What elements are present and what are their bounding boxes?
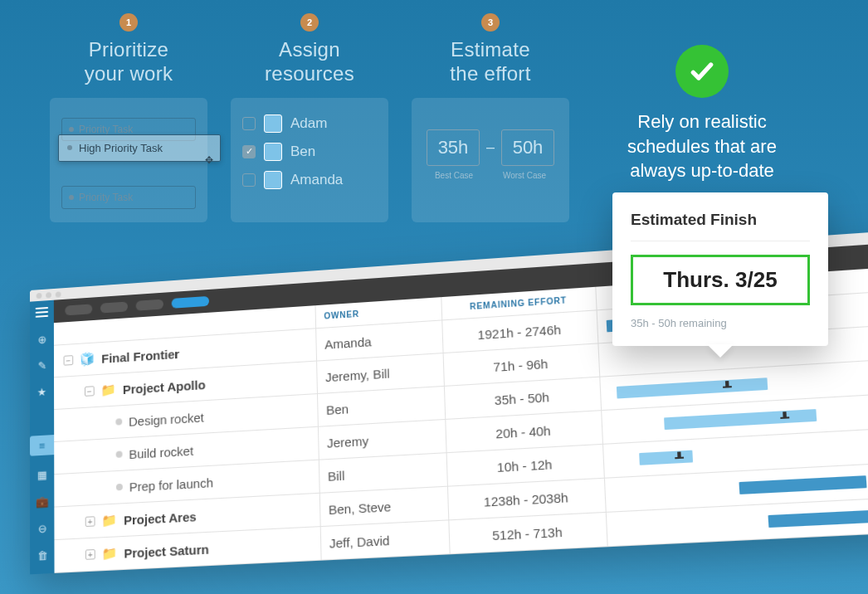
task-label: Priority Task xyxy=(79,124,133,135)
task-row[interactable]: Priority Task xyxy=(61,186,196,209)
step-3: 3 Estimatethe effort 35h – 50h Best Case… xyxy=(412,13,569,222)
row-name: Prep for launch xyxy=(129,475,213,494)
resources-card: Adam✓BenAmanda xyxy=(231,98,388,222)
resource-row[interactable]: Adam xyxy=(239,110,380,138)
hero-text: Rely on realistic schedules that are alw… xyxy=(586,110,818,183)
row-owner: Jeff, David xyxy=(320,520,450,560)
checkbox-icon[interactable] xyxy=(242,117,256,130)
pencil-icon[interactable]: ✎ xyxy=(35,358,49,373)
minus-circle-icon[interactable]: ⊖ xyxy=(35,520,50,536)
briefcase-icon[interactable]: 💼 xyxy=(35,494,50,509)
popover-date: Thurs. 3/25 xyxy=(631,255,810,305)
gantt-bar[interactable] xyxy=(768,509,868,528)
worst-case-input[interactable]: 50h xyxy=(501,129,554,166)
traffic-light-icon[interactable] xyxy=(56,291,61,297)
gantt-marker-icon[interactable] xyxy=(674,449,684,465)
list-view-icon[interactable]: ≡ xyxy=(30,435,54,456)
task-label: Priority Task xyxy=(79,192,133,203)
worst-case-label: Worst Case xyxy=(503,171,546,180)
row-name: Project Apollo xyxy=(123,377,206,396)
gantt-bar[interactable] xyxy=(616,377,767,398)
prioritize-card: Priority Task High Priority Task ✥ Prior… xyxy=(50,98,207,222)
row-name: Project Saturn xyxy=(124,542,209,560)
dot-icon xyxy=(115,418,122,425)
gantt-bar[interactable] xyxy=(639,450,693,465)
folder-icon: 📁 xyxy=(101,513,117,528)
best-case-input[interactable]: 35h xyxy=(427,129,480,166)
star-icon[interactable]: ★ xyxy=(35,384,49,400)
toolbar-tab-active[interactable] xyxy=(172,296,209,309)
dot-icon xyxy=(116,450,123,458)
toggle-icon[interactable]: − xyxy=(64,355,74,366)
grid-icon[interactable]: ▦ xyxy=(35,466,50,482)
traffic-light-icon[interactable] xyxy=(37,292,42,298)
step-2: 2 Assignresources Adam✓BenAmanda xyxy=(231,13,388,222)
drag-icon: ✥ xyxy=(205,154,213,166)
gantt-marker-icon[interactable] xyxy=(722,378,732,394)
dot-icon xyxy=(116,484,123,491)
row-name: Build rocket xyxy=(129,443,193,461)
toggle-icon[interactable]: − xyxy=(85,386,95,397)
step-title: Estimatethe effort xyxy=(412,38,569,86)
hero: Rely on realistic schedules that are alw… xyxy=(586,45,818,183)
target-icon[interactable]: ⊕ xyxy=(35,331,49,347)
best-case-label: Best Case xyxy=(435,171,473,180)
checkbox-icon[interactable]: ✓ xyxy=(242,145,256,158)
popover-title: Estimated Finish xyxy=(631,211,810,229)
resource-name: Amanda xyxy=(290,172,343,188)
toolbar-tab[interactable] xyxy=(136,299,163,311)
effort-card: 35h – 50h Best Case Worst Case xyxy=(412,98,569,222)
traffic-light-icon[interactable] xyxy=(46,292,51,298)
menu-icon[interactable] xyxy=(30,300,54,324)
toolbar-tab[interactable] xyxy=(65,304,92,315)
popover-tail-icon xyxy=(707,344,734,358)
row-name: Project Ares xyxy=(124,509,197,527)
toggle-icon[interactable]: + xyxy=(85,516,95,527)
step-badge: 1 xyxy=(119,13,138,32)
resource-name: Ben xyxy=(290,144,315,160)
gantt-bar[interactable] xyxy=(739,475,866,494)
resource-row[interactable]: ✓Ben xyxy=(239,138,380,166)
trash-icon[interactable]: 🗑 xyxy=(35,548,50,563)
dot-icon xyxy=(69,127,74,132)
check-circle-icon xyxy=(675,45,729,98)
cube-icon: 🧊 xyxy=(80,351,95,367)
dot-icon xyxy=(67,145,72,150)
step-1: 1 Prioritizeyour work Priority Task High… xyxy=(50,13,207,222)
high-priority-task[interactable]: High Priority Task ✥ xyxy=(58,134,221,162)
popover-sub: 35h - 50h remaining xyxy=(631,317,810,329)
toolbar-tabs xyxy=(65,296,209,316)
step-title: Prioritizeyour work xyxy=(50,38,207,86)
sidebar: ⊕ ✎ ★ ≡ ▦ 💼 ⊖ 🗑 xyxy=(30,323,55,574)
resource-name: Adam xyxy=(290,115,327,132)
dot-icon xyxy=(69,195,74,200)
resource-row[interactable]: Amanda xyxy=(239,166,380,194)
estimated-finish-popover: Estimated Finish Thurs. 3/25 35h - 50h r… xyxy=(612,192,828,346)
step-badge: 3 xyxy=(481,13,500,32)
toggle-icon[interactable]: + xyxy=(85,549,95,560)
task-label: High Priority Task xyxy=(79,142,163,154)
avatar xyxy=(264,143,282,161)
gantt-marker-icon[interactable] xyxy=(779,409,789,426)
divider xyxy=(631,241,810,241)
gantt-bar[interactable] xyxy=(664,409,817,430)
step-title: Assignresources xyxy=(231,38,388,86)
step-badge: 2 xyxy=(300,13,319,32)
row-name: Design rocket xyxy=(129,410,204,428)
avatar xyxy=(264,171,282,189)
avatar xyxy=(264,114,282,133)
toolbar-tab[interactable] xyxy=(100,302,128,314)
row-effort: 512h - 713h xyxy=(448,512,607,553)
range-dash: – xyxy=(486,139,495,156)
folder-icon: 📁 xyxy=(100,382,116,398)
row-name: Final Frontier xyxy=(101,346,179,365)
folder-icon: 📁 xyxy=(102,546,118,562)
checkbox-icon[interactable] xyxy=(242,173,256,187)
